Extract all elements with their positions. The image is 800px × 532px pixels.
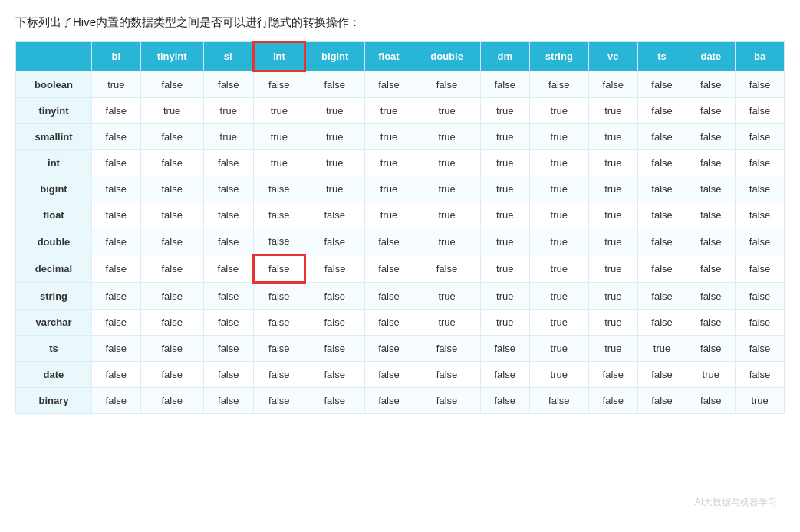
cell-tinyint-double: true <box>413 98 481 124</box>
cell-string-vc: true <box>588 283 637 310</box>
cell-smallint-string: true <box>529 124 588 150</box>
cell-float-ba: false <box>736 202 785 228</box>
cell-float-int: false <box>253 202 305 228</box>
cell-ts-double: false <box>413 336 481 362</box>
cell-smallint-si: true <box>203 124 253 150</box>
cell-int-ba: false <box>736 150 785 176</box>
cell-tinyint-ba: false <box>736 98 785 124</box>
cell-varchar-bl: false <box>91 310 140 336</box>
cell-double-dm: true <box>480 228 529 255</box>
header-col-float: float <box>364 42 413 71</box>
cell-tinyint-ts: false <box>637 98 686 124</box>
row-label-bigint: bigint <box>16 176 92 202</box>
cell-bigint-float: true <box>364 176 413 202</box>
table-row: stringfalsefalsefalsefalsefalsefalsetrue… <box>16 283 785 310</box>
cell-date-date: true <box>686 362 736 388</box>
cell-ts-dm: false <box>480 336 529 362</box>
cell-int-tinyint: false <box>140 150 203 176</box>
cell-decimal-double: false <box>413 255 481 283</box>
cell-boolean-dm: false <box>480 71 529 98</box>
cell-ts-ts: true <box>637 336 686 362</box>
cell-bigint-dm: true <box>480 176 529 202</box>
cell-date-ba: false <box>736 362 785 388</box>
cell-date-double: false <box>413 362 481 388</box>
table-row: tsfalsefalsefalsefalsefalsefalsefalsefal… <box>16 336 785 362</box>
cell-float-date: false <box>686 202 736 228</box>
row-label-binary: binary <box>16 388 92 414</box>
cell-date-bl: false <box>91 362 140 388</box>
cell-binary-tinyint: false <box>140 388 203 414</box>
cell-varchar-date: false <box>686 310 736 336</box>
table-row: smallintfalsefalsetruetruetruetruetruetr… <box>16 124 785 150</box>
cell-decimal-date: false <box>686 255 736 283</box>
row-label-boolean: boolean <box>16 71 92 98</box>
cell-decimal-dm: true <box>480 255 529 283</box>
cell-smallint-bigint: true <box>305 124 364 150</box>
cell-varchar-dm: true <box>480 310 529 336</box>
cell-binary-dm: false <box>480 388 529 414</box>
cell-bigint-double: true <box>413 176 481 202</box>
cell-ts-ba: false <box>736 336 785 362</box>
cell-bigint-bl: false <box>91 176 140 202</box>
cell-double-si: false <box>203 228 253 255</box>
cell-string-double: true <box>413 283 481 310</box>
cell-double-tinyint: false <box>140 228 203 255</box>
row-label-float: float <box>16 202 92 228</box>
cell-varchar-bigint: false <box>305 310 364 336</box>
cell-varchar-int: false <box>253 310 305 336</box>
cell-date-dm: false <box>480 362 529 388</box>
cell-float-ts: false <box>637 202 686 228</box>
cell-double-ba: false <box>736 228 785 255</box>
cell-bigint-ba: false <box>736 176 785 202</box>
conversion-table: bltinyintsiintbigintfloatdoubledmstringv… <box>15 41 785 414</box>
header-col-ts: ts <box>637 42 686 71</box>
cell-binary-int: false <box>253 388 305 414</box>
cell-bigint-int: false <box>253 176 305 202</box>
cell-varchar-float: false <box>364 310 413 336</box>
cell-int-float: true <box>364 150 413 176</box>
cell-decimal-si: false <box>203 255 253 283</box>
cell-smallint-double: true <box>413 124 481 150</box>
cell-smallint-vc: true <box>588 124 637 150</box>
cell-ts-bigint: false <box>305 336 364 362</box>
header-row-label <box>16 42 92 71</box>
cell-tinyint-vc: true <box>588 98 637 124</box>
table-row: binaryfalsefalsefalsefalsefalsefalsefals… <box>16 388 785 414</box>
cell-int-vc: true <box>588 150 637 176</box>
cell-binary-double: false <box>413 388 481 414</box>
cell-date-float: false <box>364 362 413 388</box>
cell-string-float: false <box>364 283 413 310</box>
cell-int-si: false <box>203 150 253 176</box>
cell-binary-float: false <box>364 388 413 414</box>
cell-tinyint-float: true <box>364 98 413 124</box>
cell-decimal-bl: false <box>91 255 140 283</box>
cell-tinyint-bl: false <box>91 98 140 124</box>
cell-binary-date: false <box>686 388 736 414</box>
cell-decimal-float: false <box>364 255 413 283</box>
cell-int-bl: false <box>91 150 140 176</box>
cell-varchar-double: true <box>413 310 481 336</box>
cell-boolean-string: false <box>529 71 588 98</box>
cell-decimal-string: true <box>529 255 588 283</box>
cell-smallint-float: true <box>364 124 413 150</box>
cell-binary-vc: false <box>588 388 637 414</box>
table-body: booleantruefalsefalsefalsefalsefalsefals… <box>16 71 785 414</box>
cell-varchar-string: true <box>529 310 588 336</box>
table-row: floatfalsefalsefalsefalsefalsetruetruetr… <box>16 202 785 228</box>
cell-string-ba: false <box>736 283 785 310</box>
cell-string-dm: true <box>480 283 529 310</box>
cell-double-float: false <box>364 228 413 255</box>
row-label-varchar: varchar <box>16 310 92 336</box>
cell-int-int: true <box>253 150 305 176</box>
cell-boolean-ts: false <box>637 71 686 98</box>
table-row: bigintfalsefalsefalsefalsetruetruetruetr… <box>16 176 785 202</box>
row-label-int: int <box>16 150 92 176</box>
cell-boolean-bigint: false <box>305 71 364 98</box>
row-label-ts: ts <box>16 336 92 362</box>
row-label-decimal: decimal <box>16 255 92 283</box>
cell-boolean-vc: false <box>588 71 637 98</box>
cell-date-string: true <box>529 362 588 388</box>
cell-string-bigint: false <box>305 283 364 310</box>
cell-smallint-date: false <box>686 124 736 150</box>
cell-decimal-bigint: false <box>305 255 364 283</box>
